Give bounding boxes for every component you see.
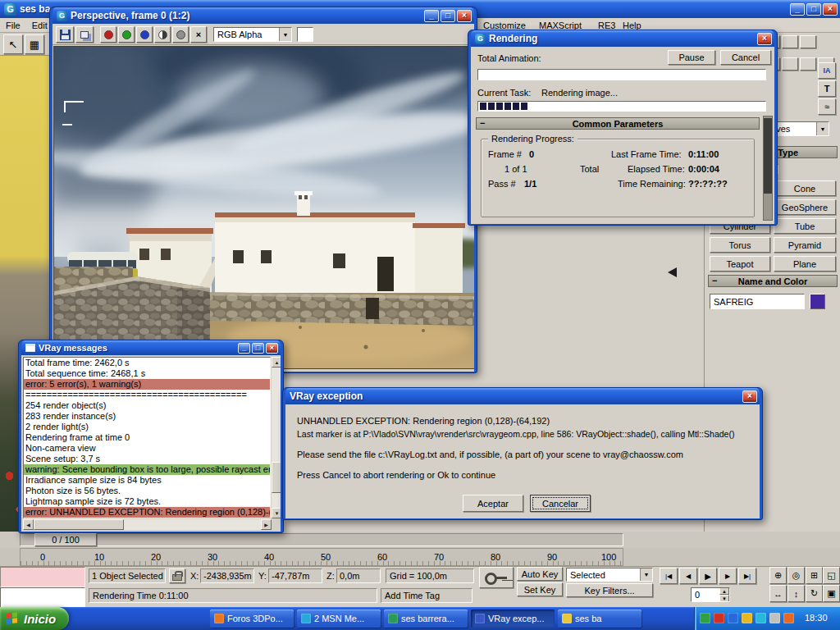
vertical-scrollbar[interactable]: ▲ ▼ (272, 357, 281, 518)
taskbar-item-ses-barrera[interactable]: ses barrera... (384, 609, 468, 628)
toolbar-right-icon-2[interactable]: T (818, 80, 836, 97)
taskbar-item-ses-ba[interactable]: ses ba (558, 609, 641, 628)
frame-ruler[interactable]: 0 10 20 30 40 50 60 70 80 90 100 (20, 548, 623, 566)
collapse-icon[interactable]: − (480, 118, 485, 128)
primitive-pyramid-button[interactable]: Pyramid (774, 237, 836, 253)
zoom-icon[interactable]: ⊕ (769, 567, 787, 584)
chevron-down-icon[interactable]: ▼ (640, 568, 652, 581)
blue-channel-button[interactable] (136, 26, 153, 43)
scroll-up-icon[interactable]: ▲ (272, 357, 281, 368)
tray-icon-7[interactable] (783, 613, 794, 623)
select-region-icon[interactable]: ▦ (25, 34, 44, 54)
taskbar-item-msn[interactable]: 2 MSN Me... (297, 609, 381, 628)
chevron-down-icon[interactable]: ▼ (816, 122, 829, 135)
scroll-left-icon[interactable]: ◀ (23, 519, 34, 530)
scrollbar-thumb[interactable] (272, 462, 281, 493)
arc-rotate-icon[interactable]: ↻ (806, 585, 823, 602)
vray-messages-titlebar[interactable]: VRay messages _ □ × (21, 340, 281, 355)
go-to-start-icon[interactable]: |◀ (660, 568, 678, 584)
primitive-tube-button[interactable]: Tube (774, 218, 836, 234)
tab-display-icon[interactable] (782, 35, 798, 48)
maximize-icon[interactable]: □ (806, 3, 821, 16)
play-animation-icon[interactable]: ▶ (699, 568, 717, 584)
zoom-all-icon[interactable]: ◎ (788, 567, 805, 584)
green-channel-button[interactable] (118, 26, 135, 43)
common-parameters-rollout[interactable]: − Common Parameters (476, 117, 760, 130)
time-slider-track[interactable] (20, 533, 623, 546)
close-icon[interactable]: × (823, 3, 838, 16)
rollout-scrollbar[interactable] (763, 116, 773, 221)
minimize-icon[interactable]: _ (790, 3, 805, 16)
minimize-icon[interactable]: _ (238, 343, 250, 354)
maximize-viewport-icon[interactable]: ▣ (823, 585, 840, 602)
scrollbar-thumb[interactable] (34, 519, 124, 530)
background-color-swatch[interactable] (297, 27, 313, 42)
red-channel-button[interactable] (100, 26, 116, 43)
alpha-channel-button[interactable] (172, 26, 189, 43)
minimize-icon[interactable]: _ (424, 10, 439, 22)
add-time-tag-field[interactable]: Add Time Tag (381, 588, 472, 603)
taskbar-item-vray-exception[interactable]: VRay excep... (471, 609, 555, 628)
taskbar-item-foros[interactable]: Foros 3DPo... (210, 609, 294, 628)
spinner-down-icon[interactable]: ▼ (719, 595, 729, 602)
time-slider-handle[interactable]: 0 / 100 (34, 533, 97, 546)
primitive-plane-button[interactable]: Plane (774, 256, 836, 272)
z-coordinate-field[interactable]: 0,0m (336, 568, 381, 583)
close-icon[interactable]: × (757, 33, 772, 45)
collapse-icon[interactable]: − (712, 276, 717, 285)
previous-frame-icon[interactable]: ◀ (679, 568, 697, 584)
toolbar-right-icon-3[interactable]: ≈ (818, 98, 836, 115)
frame-spinner[interactable]: ▲ ▼ (719, 587, 729, 602)
close-icon[interactable]: × (266, 343, 278, 354)
key-selection-dropdown[interactable]: Selected ▼ (566, 568, 653, 582)
pause-button[interactable]: Pause (668, 50, 715, 65)
select-object-icon[interactable]: ↖ (3, 34, 23, 54)
maxscript-mini-listener-pink[interactable] (0, 567, 85, 587)
selection-lock-button[interactable] (169, 568, 185, 583)
channel-display-dropdown[interactable]: RGB Alpha ▼ (213, 27, 292, 42)
primitive-cone-button[interactable]: Cone (774, 180, 836, 196)
close-icon[interactable]: × (742, 390, 757, 403)
tray-icon-4[interactable] (742, 613, 752, 623)
object-name-field[interactable]: SAFREIG (710, 294, 805, 309)
primitive-geosphere-button[interactable]: GeoSphere (774, 199, 836, 215)
y-coordinate-field[interactable]: -47,787m (268, 568, 322, 583)
helpers-category-icon[interactable] (782, 57, 798, 71)
save-image-button[interactable] (56, 26, 74, 43)
go-to-end-icon[interactable]: ▶| (738, 568, 756, 584)
close-icon[interactable]: × (457, 10, 472, 22)
primitive-torus-button[interactable]: Torus (710, 237, 770, 253)
clear-button[interactable]: × (190, 26, 207, 43)
tray-icon-2[interactable] (714, 613, 724, 623)
maximize-icon[interactable]: □ (252, 343, 264, 354)
spinner-up-icon[interactable]: ▲ (719, 587, 729, 595)
tray-icon-3[interactable] (728, 613, 738, 623)
primitive-teapot-button[interactable]: Teapot (710, 256, 770, 272)
chevron-down-icon[interactable]: ▼ (279, 28, 291, 41)
rendering-dialog-titlebar[interactable]: G Rendering × (471, 30, 774, 47)
set-key-button[interactable]: Set Key (517, 582, 563, 596)
start-button[interactable]: Inicio (0, 607, 69, 630)
object-color-swatch[interactable] (810, 294, 825, 309)
tray-icon-6[interactable] (769, 613, 780, 623)
clock[interactable]: 18:30 (805, 613, 828, 623)
x-coordinate-field[interactable]: -2438,935m (200, 568, 254, 583)
ok-button[interactable]: Aceptar (463, 495, 523, 512)
tray-icon-1[interactable] (700, 613, 710, 623)
render-window-titlebar[interactable]: G Perspective, frame 0 (1:2) _ □ × (52, 7, 474, 24)
maximize-icon[interactable]: □ (441, 10, 455, 22)
clone-window-button[interactable] (75, 26, 94, 43)
toolbar-right-icon-1[interactable]: IA (818, 62, 836, 79)
pan-icon[interactable]: ↔ (769, 585, 787, 602)
spacewarps-category-icon[interactable] (800, 57, 816, 71)
zoom-extents-icon[interactable]: ⊞ (806, 567, 823, 584)
zoom-region-icon[interactable]: ◱ (823, 567, 840, 584)
vray-exception-titlebar[interactable]: VRay exception × (285, 388, 760, 404)
next-frame-icon[interactable]: ▶ (719, 568, 737, 584)
scroll-down-icon[interactable]: ▼ (272, 508, 281, 518)
scroll-right-icon[interactable]: ▶ (261, 519, 272, 530)
menu-file[interactable]: File (0, 19, 26, 32)
maxscript-mini-listener-white[interactable] (0, 587, 85, 608)
set-key-toggle-button[interactable] (479, 567, 514, 588)
horizontal-scrollbar[interactable]: ◀ ▶ (23, 519, 272, 530)
